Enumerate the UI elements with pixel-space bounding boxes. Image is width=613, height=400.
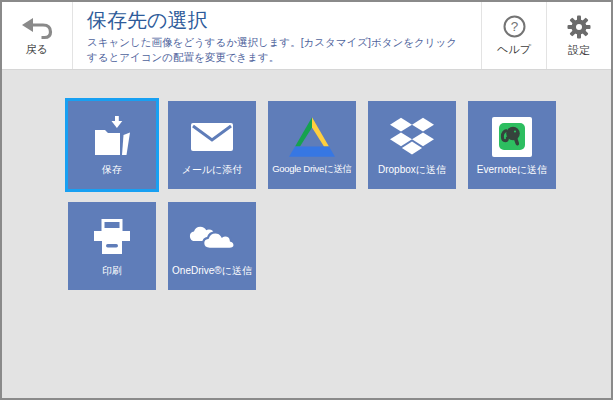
tile-label: OneDrive®に送信 xyxy=(172,264,252,278)
help-icon: ? xyxy=(502,14,527,39)
email-icon xyxy=(190,115,234,159)
tile-label: 印刷 xyxy=(102,264,122,278)
app-window: 戻る 保存先の選択 スキャンした画像をどうするか選択します。[カスタマイズ]ボタ… xyxy=(0,0,613,400)
tile-label: 保存 xyxy=(102,163,122,177)
tile-label: Dropboxに送信 xyxy=(378,163,446,177)
svg-text:?: ? xyxy=(510,19,518,34)
header-text: 保存先の選択 スキャンした画像をどうするか選択します。[カスタマイズ]ボタンをク… xyxy=(73,2,481,69)
page-title: 保存先の選択 xyxy=(87,9,467,32)
settings-label: 設定 xyxy=(568,43,590,58)
page-subtitle: スキャンした画像をどうするか選択します。[カスタマイズ]ボタンをクリックするとア… xyxy=(87,35,467,64)
tile-label: Google Driveに送信 xyxy=(272,163,352,176)
tile-row-2: 印刷 OneDrive®に送信 xyxy=(68,202,611,290)
gear-icon xyxy=(566,14,592,40)
tile-print[interactable]: 印刷 xyxy=(68,202,156,290)
back-button[interactable]: 戻る xyxy=(2,2,73,69)
tile-dropbox[interactable]: Dropboxに送信 xyxy=(368,101,456,189)
tile-email[interactable]: メールに添付 xyxy=(168,101,256,189)
google-drive-icon xyxy=(289,115,335,159)
dropbox-icon xyxy=(390,115,434,159)
back-arrow-icon xyxy=(20,15,54,40)
header: 戻る 保存先の選択 スキャンした画像をどうするか選択します。[カスタマイズ]ボタ… xyxy=(2,2,611,70)
tile-google-drive[interactable]: Google Driveに送信 xyxy=(268,101,356,189)
save-folder-icon xyxy=(89,115,135,159)
tile-label: メールに添付 xyxy=(182,163,243,177)
onedrive-cloud-icon xyxy=(187,216,237,260)
help-label: ヘルプ xyxy=(497,42,531,57)
tile-save[interactable]: 保存 xyxy=(68,101,156,189)
settings-button[interactable]: 設定 xyxy=(546,2,611,69)
back-label: 戻る xyxy=(26,42,48,57)
tile-label: Evernoteに送信 xyxy=(477,163,547,177)
tile-evernote[interactable]: Evernoteに送信 xyxy=(468,101,556,189)
help-button[interactable]: ? ヘルプ xyxy=(481,2,546,69)
tile-row-1: 保存 メールに添付 xyxy=(68,101,611,189)
evernote-icon xyxy=(492,115,532,159)
printer-icon xyxy=(89,216,135,260)
destination-grid: 保存 メールに添付 xyxy=(2,70,611,303)
tile-onedrive[interactable]: OneDrive®に送信 xyxy=(168,202,256,290)
